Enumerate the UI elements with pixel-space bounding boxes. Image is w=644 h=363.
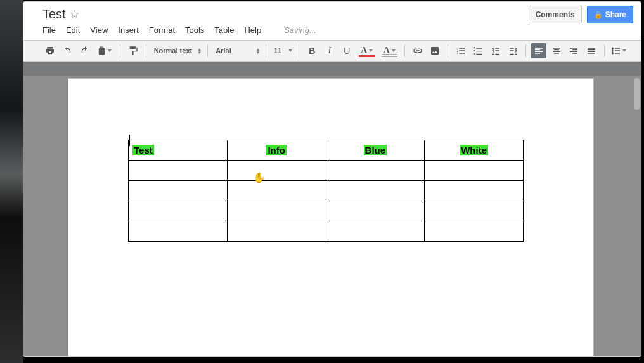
updown-icon: ▴▾ <box>198 48 201 54</box>
table-header-text: Info <box>266 145 287 155</box>
bold-button[interactable]: B <box>304 43 319 58</box>
table-cell[interactable]: White <box>425 140 524 161</box>
align-right-button[interactable] <box>566 43 581 58</box>
table-cell[interactable]: Info <box>227 140 326 161</box>
comments-button[interactable]: Comments <box>529 6 582 23</box>
menu-help[interactable]: Help <box>244 25 261 35</box>
menu-tools[interactable]: Tools <box>185 25 204 35</box>
separator <box>604 44 605 57</box>
table-cell[interactable] <box>227 161 326 181</box>
table-cell[interactable] <box>227 201 326 221</box>
table-cell[interactable] <box>425 201 524 221</box>
underline-button[interactable]: U <box>340 43 355 58</box>
separator <box>120 44 120 57</box>
align-center-button[interactable] <box>549 43 564 58</box>
print-icon[interactable] <box>42 43 58 58</box>
paragraph-style-dropdown[interactable]: Normal text ▴▾ <box>151 43 203 58</box>
table-header-text: Blue <box>364 145 387 155</box>
indent-icon[interactable] <box>506 43 521 58</box>
table-cell[interactable] <box>326 201 425 221</box>
table-row[interactable] <box>129 181 524 201</box>
menu-view[interactable]: View <box>90 25 108 35</box>
table-cell[interactable] <box>227 181 326 201</box>
menu-insert[interactable]: Insert <box>118 25 139 35</box>
menu-edit[interactable]: Edit <box>66 25 80 35</box>
menu-table[interactable]: Table <box>214 25 234 35</box>
table-cell[interactable] <box>425 161 524 181</box>
document-table[interactable]: Test Info Blue White <box>128 140 524 242</box>
highlight-color-button[interactable]: A <box>380 43 399 58</box>
table-header-text: Test <box>132 145 154 155</box>
italic-button[interactable]: I <box>322 43 337 58</box>
table-row[interactable] <box>129 221 524 242</box>
insert-image-icon[interactable] <box>427 43 442 58</box>
bullet-list-icon[interactable] <box>471 43 486 58</box>
separator <box>146 44 146 57</box>
menu-bar: File Edit View Insert Format Tools Table… <box>42 22 634 40</box>
align-left-button[interactable] <box>531 43 546 58</box>
numbered-list-icon[interactable] <box>453 43 468 58</box>
vertical-scrollbar[interactable] <box>634 78 640 110</box>
header-bar: Test ☆ Comments 🔒 Share File Edit View I… <box>23 2 641 41</box>
align-justify-button[interactable] <box>584 43 599 58</box>
font-family-dropdown[interactable]: Arial ▴▾ <box>213 43 261 58</box>
font-size-value: 11 <box>274 47 281 55</box>
separator <box>299 44 299 57</box>
separator <box>404 44 405 57</box>
outdent-icon[interactable] <box>488 43 503 58</box>
table-row[interactable] <box>129 161 524 181</box>
share-button[interactable]: 🔒 Share <box>587 6 633 23</box>
menu-format[interactable]: Format <box>149 25 175 35</box>
comments-button-label: Comments <box>536 10 575 19</box>
font-family-value: Arial <box>216 47 231 55</box>
table-cell[interactable] <box>129 201 228 221</box>
document-page[interactable]: Test Info Blue White ✋ <box>68 78 594 356</box>
font-size-dropdown[interactable]: 11 <box>271 43 293 58</box>
table-cell[interactable] <box>227 221 326 242</box>
table-cell[interactable] <box>129 221 228 242</box>
text-caret <box>129 135 130 146</box>
separator <box>448 44 448 57</box>
undo-icon[interactable] <box>60 43 75 58</box>
separator <box>525 44 526 57</box>
table-cell[interactable] <box>326 161 425 181</box>
document-title[interactable]: Test <box>42 7 66 22</box>
line-spacing-dropdown[interactable] <box>610 43 628 58</box>
toolbar: Normal text ▴▾ Arial ▴▾ 11 B I U A A <box>23 41 641 62</box>
table-cell[interactable] <box>425 221 524 242</box>
separator <box>266 44 266 57</box>
table-row[interactable] <box>129 201 524 221</box>
table-cell[interactable] <box>326 221 425 242</box>
desktop-background-strip <box>0 0 23 363</box>
updown-icon: ▴▾ <box>257 48 259 54</box>
separator <box>207 44 208 57</box>
table-cell[interactable] <box>129 161 228 181</box>
save-status: Saving... <box>284 25 316 35</box>
paragraph-style-value: Normal text <box>154 47 193 55</box>
table-row[interactable]: Test Info Blue White <box>129 140 524 161</box>
table-cell[interactable] <box>425 181 524 201</box>
insert-link-icon[interactable] <box>410 43 425 58</box>
star-icon[interactable]: ☆ <box>70 8 79 21</box>
table-cell[interactable]: Blue <box>326 140 425 161</box>
table-cell[interactable]: Test <box>129 140 228 161</box>
chevron-down-icon <box>622 50 626 52</box>
share-button-label: Share <box>605 10 626 19</box>
app-window: Test ☆ Comments 🔒 Share File Edit View I… <box>23 1 641 357</box>
redo-icon[interactable] <box>77 43 93 58</box>
text-color-button[interactable]: A <box>357 43 377 58</box>
menu-file[interactable]: File <box>42 25 56 35</box>
document-canvas[interactable]: Test Info Blue White ✋ <box>23 76 641 356</box>
table-cell[interactable] <box>129 181 228 201</box>
table-header-text: White <box>460 145 488 155</box>
clipboard-icon[interactable] <box>95 43 115 58</box>
table-cell[interactable] <box>326 181 425 201</box>
lock-icon: 🔒 <box>594 11 603 19</box>
chevron-down-icon <box>288 50 292 52</box>
paint-format-icon[interactable] <box>126 43 141 58</box>
